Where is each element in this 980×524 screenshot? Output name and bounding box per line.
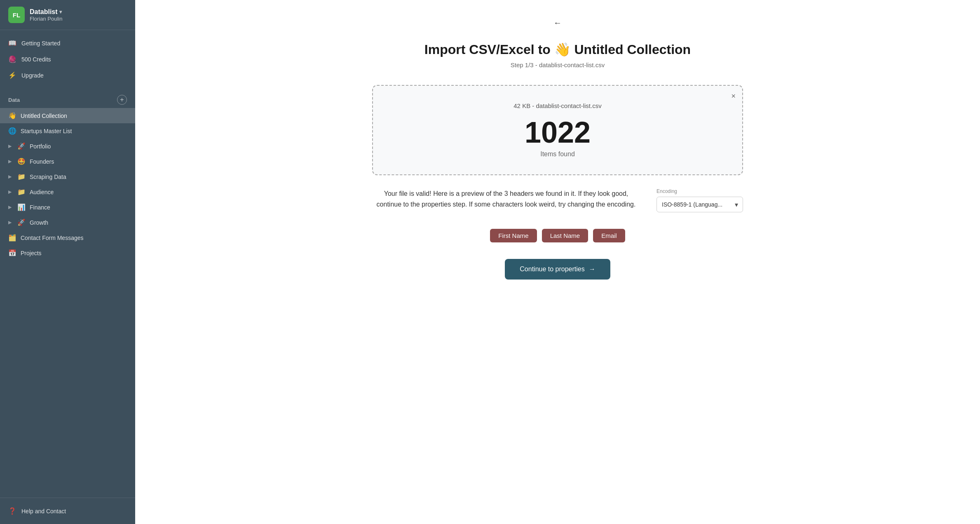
sidebar-brand: Datablist ▾ Florian Poulin bbox=[30, 8, 63, 22]
folder-icon: 📁 bbox=[17, 173, 26, 181]
headers-row: First Name Last Name Email bbox=[490, 229, 625, 242]
data-section-label: Data bbox=[8, 97, 20, 103]
arrow-right-icon: ▶ bbox=[8, 143, 12, 149]
arrow-right-icon: ▶ bbox=[8, 174, 12, 179]
page-title: Import CSV/Excel to 👋 Untitled Collectio… bbox=[424, 42, 691, 57]
collection-label: Untitled Collection bbox=[21, 113, 67, 119]
header-tag-email: Email bbox=[593, 229, 625, 242]
sidebar-item-help[interactable]: ❓ Help and Contact bbox=[0, 503, 135, 519]
header-tag-last-name: Last Name bbox=[542, 229, 588, 242]
globe-icon: 🌐 bbox=[8, 127, 16, 135]
encoding-select[interactable]: ISO-8859-1 (Languag... UTF-8 UTF-16 Wind… bbox=[656, 197, 743, 212]
validation-text: Your file is valid! Here is a preview of… bbox=[372, 188, 640, 209]
brand-chevron-icon: ▾ bbox=[59, 9, 62, 15]
continue-label: Continue to properties bbox=[520, 266, 584, 273]
collection-item-growth[interactable]: ▶ 🚀 Growth bbox=[0, 215, 135, 230]
arrow-right-icon: ▶ bbox=[8, 159, 12, 164]
upload-card: × 42 KB - datablist-contact-list.csv 102… bbox=[372, 85, 743, 175]
collection-item-scraping[interactable]: ▶ 📁 Scraping Data bbox=[0, 169, 135, 184]
collection-item-projects[interactable]: 📅 Projects bbox=[0, 245, 135, 261]
credits-icon: 🧶 bbox=[8, 55, 16, 63]
main-content: ← Import CSV/Excel to 👋 Untitled Collect… bbox=[135, 0, 980, 524]
sidebar-item-label: Getting Started bbox=[21, 40, 60, 47]
collection-label: Startups Master List bbox=[21, 128, 72, 134]
help-icon: ❓ bbox=[8, 507, 16, 515]
book-icon: 📖 bbox=[8, 39, 16, 47]
collection-item-untitled[interactable]: 👋 Untitled Collection bbox=[0, 108, 135, 123]
upgrade-icon: ⚡ bbox=[8, 71, 16, 79]
sidebar-item-label: Help and Contact bbox=[21, 508, 66, 515]
growth-icon: 🚀 bbox=[17, 219, 26, 226]
collection-label: Founders bbox=[30, 158, 54, 165]
file-info: 42 KB - datablist-contact-list.csv bbox=[513, 102, 601, 109]
sidebar-header[interactable]: FL Datablist ▾ Florian Poulin bbox=[0, 0, 135, 30]
sidebar-item-getting-started[interactable]: 📖 Getting Started bbox=[0, 35, 135, 51]
chart-icon: 📊 bbox=[17, 203, 26, 211]
collection-label: Growth bbox=[30, 219, 48, 226]
founders-icon: 🤩 bbox=[17, 157, 26, 165]
avatar: FL bbox=[8, 7, 25, 23]
sidebar-item-label: 500 Credits bbox=[21, 56, 51, 63]
wave-icon: 👋 bbox=[8, 112, 16, 120]
brand-name[interactable]: Datablist ▾ bbox=[30, 8, 63, 16]
brand-user: Florian Poulin bbox=[30, 16, 63, 22]
collection-label: Finance bbox=[30, 204, 50, 211]
collection-item-portfolio[interactable]: ▶ 🚀 Portfolio bbox=[0, 139, 135, 154]
sidebar-item-label: Upgrade bbox=[21, 72, 44, 79]
close-button[interactable]: × bbox=[731, 92, 736, 100]
data-section-header: Data + bbox=[0, 88, 135, 108]
projects-icon: 📅 bbox=[8, 249, 16, 257]
rocket-icon: 🚀 bbox=[17, 142, 26, 150]
folder2-icon: 📁 bbox=[17, 188, 26, 196]
sidebar-item-credits[interactable]: 🧶 500 Credits bbox=[0, 51, 135, 67]
arrow-right-icon: → bbox=[589, 266, 596, 273]
items-count: 1022 bbox=[525, 117, 591, 147]
collection-label: Audience bbox=[30, 189, 54, 195]
collection-item-startups[interactable]: 🌐 Startups Master List bbox=[0, 123, 135, 139]
validation-section: Your file is valid! Here is a preview of… bbox=[372, 188, 743, 212]
contact-icon: 🗂️ bbox=[8, 234, 16, 242]
collection-item-audience[interactable]: ▶ 📁 Audience bbox=[0, 184, 135, 200]
collections-list: 👋 Untitled Collection 🌐 Startups Master … bbox=[0, 108, 135, 261]
encoding-wrapper[interactable]: ISO-8859-1 (Languag... UTF-8 UTF-16 Wind… bbox=[656, 197, 743, 212]
collection-label: Contact Form Messages bbox=[21, 235, 84, 241]
sidebar-footer: ❓ Help and Contact bbox=[0, 498, 135, 524]
arrow-right-icon: ▶ bbox=[8, 204, 12, 210]
page-subtitle: Step 1/3 - datablist-contact-list.csv bbox=[511, 61, 605, 68]
continue-button[interactable]: Continue to properties → bbox=[505, 259, 610, 280]
encoding-label: Encoding bbox=[656, 188, 743, 194]
items-label: Items found bbox=[540, 150, 575, 158]
arrow-right-icon: ▶ bbox=[8, 220, 12, 225]
collection-label: Projects bbox=[21, 250, 42, 256]
collection-item-finance[interactable]: ▶ 📊 Finance bbox=[0, 200, 135, 215]
sidebar-nav: 📖 Getting Started 🧶 500 Credits ⚡ Upgrad… bbox=[0, 30, 135, 88]
back-button[interactable]: ← bbox=[160, 16, 955, 29]
encoding-dropdown: Encoding ISO-8859-1 (Languag... UTF-8 UT… bbox=[656, 188, 743, 212]
add-collection-button[interactable]: + bbox=[117, 95, 127, 105]
sidebar: FL Datablist ▾ Florian Poulin 📖 Getting … bbox=[0, 0, 135, 524]
header-tag-first-name: First Name bbox=[490, 229, 537, 242]
sidebar-item-upgrade[interactable]: ⚡ Upgrade bbox=[0, 67, 135, 83]
back-btn-wrapper: ← bbox=[160, 16, 955, 38]
collection-label: Portfolio bbox=[30, 143, 51, 150]
arrow-right-icon: ▶ bbox=[8, 189, 12, 195]
collection-item-contact-form[interactable]: 🗂️ Contact Form Messages bbox=[0, 230, 135, 245]
main-content-area: ← Import CSV/Excel to 👋 Untitled Collect… bbox=[135, 0, 980, 524]
collection-item-founders[interactable]: ▶ 🤩 Founders bbox=[0, 154, 135, 169]
collection-label: Scraping Data bbox=[30, 174, 66, 180]
